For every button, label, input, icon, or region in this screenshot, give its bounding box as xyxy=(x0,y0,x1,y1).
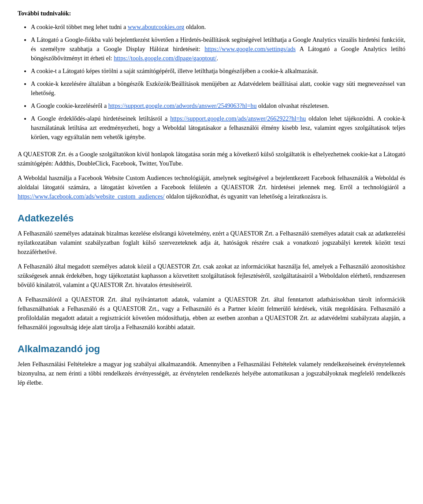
bullet-text-1: A cookie-król többet meg lehet tudni a xyxy=(31,24,128,30)
list-item: A cookie-t a Látogató képes törölni a sa… xyxy=(31,66,405,76)
facebook-para: A Weboldal használja a Facebook Website … xyxy=(18,173,405,201)
further-info-section: További tudnivalók: A cookie-król többet… xyxy=(18,9,405,142)
further-info-title: További tudnivalók: xyxy=(18,9,405,18)
bullet-text-6a: A Google érdeklődés-alapú hirdetéseinek … xyxy=(31,115,170,122)
alkalmazando-jog-para: Jelen Felhasználási Feltételekre a magya… xyxy=(18,360,405,387)
list-item: A cookie-k kezelésére általában a böngés… xyxy=(31,79,405,98)
list-item: A Google cookie-kezeléséről a https://su… xyxy=(31,101,405,110)
google-cookie-link[interactable]: https://support.google.com/adwords/answe… xyxy=(108,103,257,109)
google-settings-link[interactable]: https://www.google.com/settings/ads xyxy=(204,46,296,52)
bullet-text-4: A cookie-k kezelésére általában a böngés… xyxy=(31,81,405,96)
adatkezeles-heading: Adatkezelés xyxy=(18,211,405,225)
aboutcookies-link[interactable]: www.aboutcookies.org xyxy=(128,24,185,30)
adatkezeles-para-1: A Felhasználó személyes adatainak bizalm… xyxy=(18,229,405,257)
list-item: A Látogató a Google-fiókba való bejelent… xyxy=(31,35,405,63)
quaestor-para: A QUAESTOR Zrt. és a Google szolgáltatók… xyxy=(18,150,405,168)
google-ads-link[interactable]: https://support.google.com/ads/answer/26… xyxy=(170,115,306,122)
bullet-text-3: A cookie-t a Látogató képes törölni a sa… xyxy=(31,68,318,74)
adatkezeles-para-2: A Felhasználó által megadott személyes a… xyxy=(18,262,405,290)
facebook-text-2: oldalon tájékozódhat, és ugyanitt van le… xyxy=(164,193,327,200)
bullet-list: A cookie-król többet meg lehet tudni a w… xyxy=(31,22,405,142)
list-item: A Google érdeklődés-alapú hirdetéseinek … xyxy=(31,114,405,142)
bullet-text-2c: . xyxy=(217,55,219,62)
bullet-text-5b: oldalon olvashat részletesen. xyxy=(257,103,329,109)
page-container: További tudnivalók: A cookie-król többet… xyxy=(18,9,405,387)
alkalmazando-jog-heading: Alkalmazandó jog xyxy=(18,342,405,356)
facebook-custom-audiences-link[interactable]: https://www.facebook.com/ads/website_cus… xyxy=(18,193,164,200)
bullet-text-1b: oldalon. xyxy=(184,24,206,30)
gaoptout-link[interactable]: https://tools.google.com/dlpage/gaoptout… xyxy=(114,55,216,62)
facebook-text-1: A Weboldal használja a Facebook Website … xyxy=(18,175,405,191)
bullet-text-5a: A Google cookie-kezeléséről a xyxy=(31,103,108,109)
adatkezeles-para-3: A Felhasználóról a QUAESTOR Zrt. által n… xyxy=(18,295,405,332)
list-item: A cookie-król többet meg lehet tudni a w… xyxy=(31,22,405,32)
